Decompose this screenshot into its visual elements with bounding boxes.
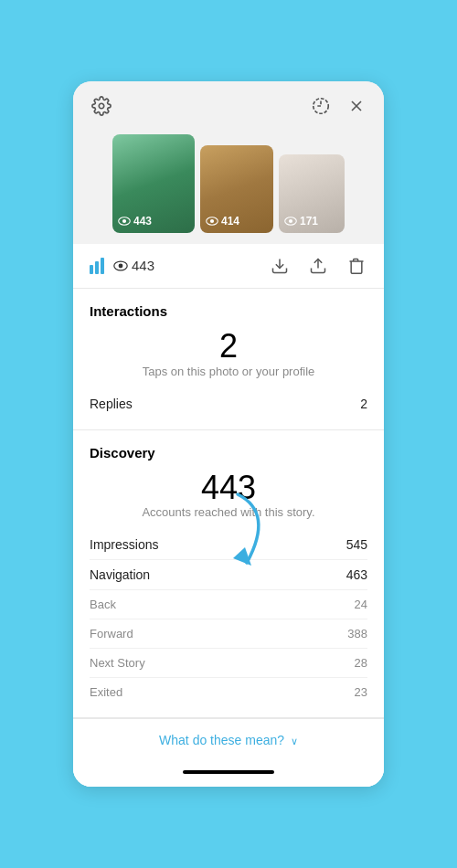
bar-chart-icon (90, 258, 104, 274)
content-area: 443 (73, 244, 384, 787)
stats-header: 443 (73, 244, 384, 289)
impressions-row: Impressions 545 (90, 530, 367, 559)
navigation-label: Navigation (90, 567, 150, 582)
back-row: Back 24 (90, 589, 367, 619)
thumb-main-count: 443 (118, 215, 152, 228)
discovery-title: Discovery (90, 445, 367, 460)
top-bar-right-icons (309, 94, 367, 118)
next-story-row: Next Story 28 (90, 648, 367, 677)
delete-button[interactable] (345, 255, 367, 277)
what-do-these-mean-link[interactable]: What do these mean? ∨ (159, 733, 298, 747)
forward-value: 388 (347, 627, 367, 640)
svg-point-11 (119, 264, 123, 269)
exited-value: 23 (355, 685, 367, 699)
discovery-big-number: 443 (90, 470, 367, 506)
impressions-value: 545 (346, 537, 367, 552)
home-indicator (73, 761, 384, 787)
download-button[interactable] (269, 255, 291, 277)
discovery-section: Discovery 443 Accounts reached with this… (73, 430, 384, 719)
close-button[interactable] (345, 95, 367, 117)
svg-point-0 (99, 103, 104, 109)
svg-point-7 (210, 219, 214, 223)
home-bar (183, 770, 274, 774)
impressions-label: Impressions (90, 537, 158, 552)
thumb-right-count: 171 (284, 215, 318, 228)
exited-label: Exited (90, 685, 122, 699)
view-count-display: 443 (113, 258, 154, 273)
pointer-arrow (219, 233, 238, 242)
interactions-title: Interactions (90, 303, 367, 319)
top-bar (73, 81, 384, 123)
discovery-subtitle: Accounts reached with this story. (90, 505, 367, 519)
back-value: 24 (355, 598, 367, 611)
stats-left: 443 (90, 258, 154, 274)
exited-row: Exited 23 (90, 677, 367, 706)
phone-card: 443 414 171 (73, 81, 384, 787)
share-button[interactable] (307, 255, 329, 277)
replies-value: 2 (360, 397, 367, 411)
story-thumbnails: 443 414 171 (73, 123, 384, 233)
thumbnail-main[interactable]: 443 (112, 134, 195, 233)
navigation-value: 463 (346, 567, 367, 582)
forward-label: Forward (90, 627, 133, 640)
interactions-big-number: 2 (90, 328, 367, 365)
svg-point-5 (122, 219, 126, 223)
next-story-value: 28 (355, 656, 367, 670)
replies-label: Replies (90, 397, 133, 411)
bottom-link: What do these mean? ∨ (73, 718, 384, 761)
navigation-row: Navigation 463 (90, 559, 367, 589)
thumb-mid-count: 414 (206, 215, 239, 228)
back-label: Back (90, 598, 116, 611)
interactions-section: Interactions 2 Taps on this photo or you… (73, 289, 384, 430)
next-story-label: Next Story (90, 656, 145, 670)
stats-actions (269, 255, 367, 277)
forward-row: Forward 388 (90, 619, 367, 648)
thumbnail-right[interactable]: 171 (279, 154, 345, 233)
svg-point-9 (289, 219, 292, 223)
refresh-button[interactable] (309, 94, 333, 118)
replies-row: Replies 2 (90, 389, 367, 418)
thumbnail-mid[interactable]: 414 (200, 145, 273, 233)
interactions-subtitle: Taps on this photo or your profile (90, 365, 367, 378)
settings-button[interactable] (90, 94, 113, 118)
